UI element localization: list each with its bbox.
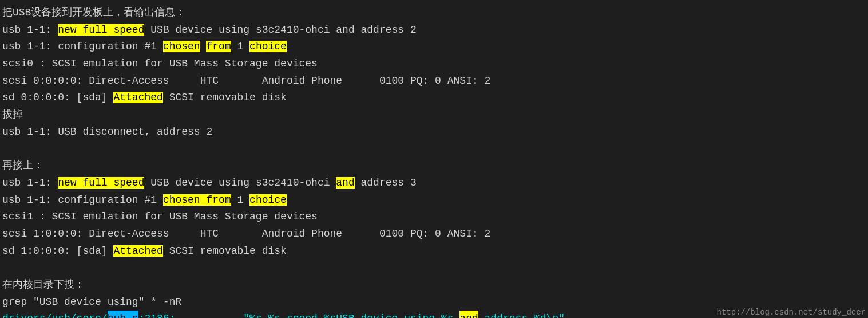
highlight-attached-2: Attached [113, 245, 162, 257]
highlight-and-grep: and [459, 311, 478, 318]
line-2: usb 1-1: new full speed USB device using… [2, 22, 866, 39]
grep-quote-end: address %d\n", [478, 311, 571, 318]
highlight-chosen-1: chosen [163, 41, 200, 52]
highlight-choice-2: choice [249, 194, 287, 206]
highlight-new-full-speed-1: new full speed [58, 24, 144, 36]
line-13: scsi1 : SCSI emulation for USB Mass Stor… [2, 209, 866, 226]
line-15: sd 1:0:0:0: [sda] Attached SCSI removabl… [2, 243, 866, 260]
highlight-and-2: and [336, 177, 354, 189]
line-4: scsi0 : SCSI emulation for USB Mass Stor… [2, 56, 866, 73]
highlight-chosen-from-2: chosen from [163, 194, 231, 206]
line-chinese-2: 拔掉 [2, 107, 866, 124]
highlight-choice-1: choice [249, 41, 287, 52]
line-14: scsi 1:0:0:0: Direct-Access HTC Android … [2, 226, 866, 243]
highlight-and-1: and [336, 24, 354, 36]
hub-highlight: hub.c [108, 311, 138, 318]
line-chinese-3: 再接上： [2, 158, 866, 175]
line-5: scsi 0:0:0:0: Direct-Access HTC Android … [2, 73, 866, 90]
line-chinese-4: 在内核目录下搜： [2, 277, 866, 294]
line-8: usb 1-1: USB disconnect, address 2 [2, 124, 866, 141]
line-9 [2, 141, 866, 158]
line-12: usb 1-1: configuration #1 chosen from 1 … [2, 192, 866, 209]
highlight-from-1: from [206, 41, 231, 52]
line-chinese-1: 把USB设备接到开发板上，看输出信息： [2, 5, 866, 22]
line-6: sd 0:0:0:0: [sda] Attached SCSI removabl… [2, 89, 866, 107]
highlight-new-full-speed-2: new full speed [58, 177, 144, 189]
grep-rest: :2186: "%s %s speed %sUSB device using %… [138, 311, 460, 318]
terminal: 把USB设备接到开发板上，看输出信息： usb 1-1: new full sp… [0, 0, 868, 318]
line-11: usb 1-1: new full speed USB device using… [2, 175, 866, 192]
line-3: usb 1-1: configuration #1 chosen from 1 … [2, 38, 866, 56]
grep-path: drivers/usb/core/ [2, 311, 108, 318]
line-16 [2, 260, 866, 277]
highlight-attached-1: Attached [113, 92, 162, 103]
url-bar: http://blog.csdn.net/study_deer [715, 307, 868, 318]
